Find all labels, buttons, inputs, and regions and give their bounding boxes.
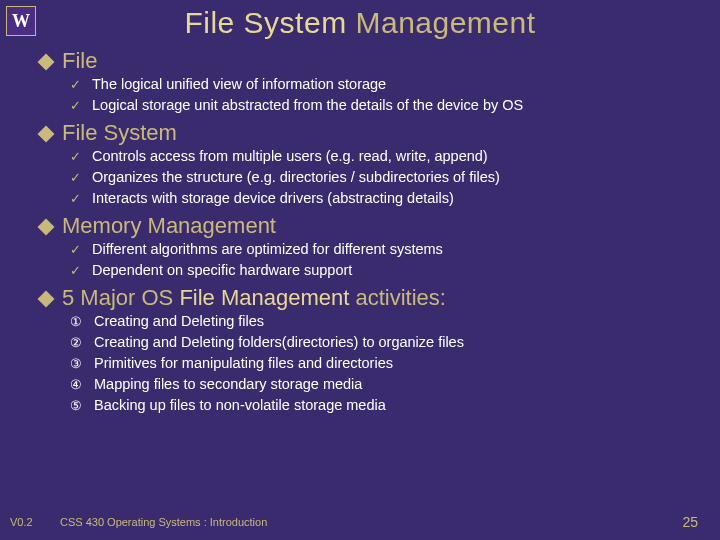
list-item: ④Mapping files to secondary storage medi… (70, 374, 692, 395)
checkmark-icon: ✓ (70, 241, 84, 260)
checkmark-icon: ✓ (70, 190, 84, 209)
list-item-text: Organizes the structure (e.g. directorie… (92, 167, 500, 188)
diamond-bullet-icon (38, 291, 55, 308)
list-item-text: Primitives for manipulating files and di… (94, 353, 393, 374)
checkmark-icon: ✓ (70, 169, 84, 188)
diamond-bullet-icon (38, 54, 55, 71)
version-label: V0.2 (10, 516, 50, 528)
course-label: CSS 430 Operating Systems : Introduction (50, 516, 682, 528)
section-title-highlight: File Management (179, 285, 349, 310)
checkmark-icon: ✓ (70, 262, 84, 281)
list-item-text: Creating and Deleting folders(directorie… (94, 332, 464, 353)
logo-letter: W (12, 11, 30, 32)
list-item-text: Backing up files to non-volatile storage… (94, 395, 386, 416)
section-header: File (40, 48, 692, 74)
slide-title: File System Management (0, 0, 720, 40)
checkmark-icon: ✓ (70, 97, 84, 116)
section: File System✓Controls access from multipl… (40, 120, 692, 209)
section: 5 Major OS File Management activities:①C… (40, 285, 692, 416)
section-body: ✓Controls access from multiple users (e.… (40, 146, 692, 209)
title-rest: Management (347, 6, 536, 39)
slide-content: File✓The logical unified view of informa… (0, 40, 720, 416)
list-item-text: Creating and Deleting files (94, 311, 264, 332)
circled-number-icon: ④ (70, 376, 86, 395)
section-title-suffix: activities: (349, 285, 446, 310)
checkmark-icon: ✓ (70, 148, 84, 167)
section-title: File System (62, 120, 177, 146)
circled-number-icon: ③ (70, 355, 86, 374)
title-highlight: File System (184, 6, 346, 39)
list-item: ③Primitives for manipulating files and d… (70, 353, 692, 374)
section-title-prefix: 5 Major OS (62, 285, 179, 310)
list-item-text: Controls access from multiple users (e.g… (92, 146, 488, 167)
list-item: ✓Organizes the structure (e.g. directori… (70, 167, 692, 188)
list-item: ⑤Backing up files to non-volatile storag… (70, 395, 692, 416)
section-header: File System (40, 120, 692, 146)
section-body: ✓Different algorithms are optimized for … (40, 239, 692, 281)
list-item-text: Dependent on specific hardware support (92, 260, 352, 281)
list-item-text: Mapping files to secondary storage media (94, 374, 362, 395)
list-item-text: Interacts with storage device drivers (a… (92, 188, 454, 209)
circled-number-icon: ① (70, 313, 86, 332)
checkmark-icon: ✓ (70, 76, 84, 95)
section-title: File (62, 48, 97, 74)
diamond-bullet-icon (38, 126, 55, 143)
list-item-text: Different algorithms are optimized for d… (92, 239, 443, 260)
slide-footer: V0.2 CSS 430 Operating Systems : Introdu… (0, 514, 720, 530)
page-number: 25 (682, 514, 698, 530)
list-item-text: The logical unified view of information … (92, 74, 386, 95)
list-item: ✓Interacts with storage device drivers (… (70, 188, 692, 209)
circled-number-icon: ⑤ (70, 397, 86, 416)
list-item: ✓Logical storage unit abstracted from th… (70, 95, 692, 116)
list-item: ✓Dependent on specific hardware support (70, 260, 692, 281)
list-item: ①Creating and Deleting files (70, 311, 692, 332)
diamond-bullet-icon (38, 219, 55, 236)
section-body: ✓The logical unified view of information… (40, 74, 692, 116)
list-item: ✓Controls access from multiple users (e.… (70, 146, 692, 167)
section-body: ①Creating and Deleting files②Creating an… (40, 311, 692, 416)
uw-logo: W (6, 6, 36, 36)
list-item-text: Logical storage unit abstracted from the… (92, 95, 523, 116)
list-item: ✓Different algorithms are optimized for … (70, 239, 692, 260)
section-title: Memory Management (62, 213, 276, 239)
section: File✓The logical unified view of informa… (40, 48, 692, 116)
list-item: ②Creating and Deleting folders(directori… (70, 332, 692, 353)
section-header: Memory Management (40, 213, 692, 239)
circled-number-icon: ② (70, 334, 86, 353)
section-header: 5 Major OS File Management activities: (40, 285, 692, 311)
section: Memory Management✓Different algorithms a… (40, 213, 692, 281)
list-item: ✓The logical unified view of information… (70, 74, 692, 95)
section-title: 5 Major OS File Management activities: (62, 285, 446, 311)
